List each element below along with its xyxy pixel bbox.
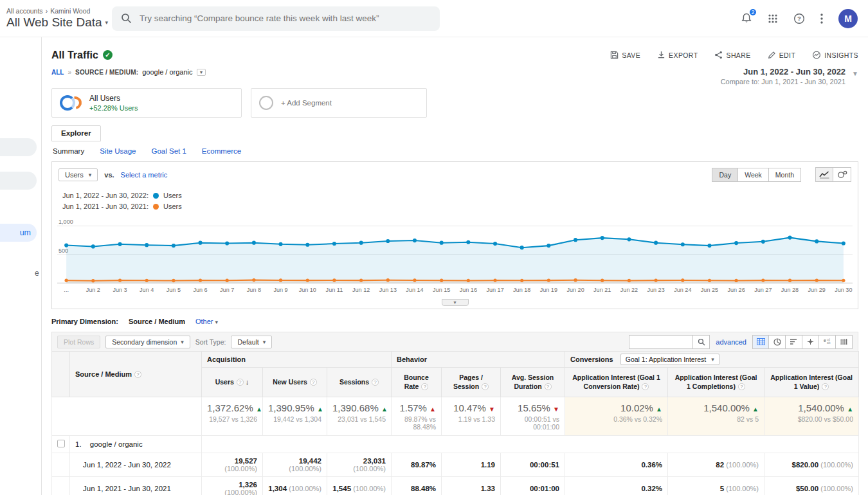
percentage-view-button[interactable]	[769, 335, 786, 349]
advanced-filter-link[interactable]: advanced	[716, 338, 746, 346]
performance-view-button[interactable]	[786, 335, 802, 349]
secondary-dimension-button[interactable]: Secondary dimension ▾	[105, 336, 190, 348]
source-medium-link[interactable]: google / organic	[90, 440, 143, 448]
svg-text:Jun 11: Jun 11	[326, 287, 343, 293]
account-breadcrumb[interactable]: All accounts › Kamini Wood	[6, 7, 108, 15]
add-segment-circle-icon	[259, 96, 273, 110]
granularity-week[interactable]: Week	[738, 168, 769, 182]
column-header-bounce-rate[interactable]: Bounce Rate?	[392, 368, 442, 397]
svg-text:Jun 29: Jun 29	[808, 287, 826, 293]
summary-goal-conversion-rate: 10.02% ▲ 0.36% vs 0.32%	[565, 397, 668, 436]
subnav-summary[interactable]: Summary	[53, 147, 84, 155]
column-header-goal-conversion-rate[interactable]: Application Interest (Goal 1 Conversion …	[565, 368, 668, 397]
table-search-button[interactable]	[693, 335, 710, 349]
column-header-goal-completions[interactable]: Application Interest (Goal 1 Completions…	[668, 368, 764, 397]
account-breadcrumb-current[interactable]: Kamini Wood	[50, 7, 90, 15]
column-header-new-users[interactable]: New Users?	[263, 368, 327, 397]
cell-users: 19,527 (100.00%)	[202, 453, 263, 477]
subnav-ecommerce[interactable]: Ecommerce	[202, 147, 241, 155]
tab-explorer[interactable]: Explorer	[51, 125, 101, 141]
column-header-avg-session-duration[interactable]: Avg. Session Duration?	[501, 368, 565, 397]
breadcrumb-separator: »	[68, 69, 71, 76]
save-button[interactable]: SAVE	[610, 51, 640, 59]
granularity-month[interactable]: Month	[769, 168, 801, 182]
nav-pill-1[interactable]	[0, 138, 37, 156]
help-icon[interactable]: ?	[822, 383, 829, 390]
row-checkbox-cell	[52, 436, 70, 453]
insights-button[interactable]: INSIGHTS	[812, 51, 858, 59]
svg-text:Jun 30: Jun 30	[835, 287, 852, 293]
share-label: SHARE	[726, 51, 750, 59]
chart-collapse-handle[interactable]: ▼	[442, 299, 469, 306]
svg-text:Jun 6: Jun 6	[193, 287, 207, 293]
nav-item-partial-label[interactable]: e	[35, 269, 39, 278]
export-button[interactable]: EXPORT	[657, 51, 698, 59]
cell-users: 1,326 (100.00%)	[202, 477, 263, 495]
comparison-view-button[interactable]	[802, 335, 819, 349]
help-icon[interactable]: ?	[372, 379, 379, 386]
column-header-goal-value[interactable]: Application Interest (Goal 1 Value)?	[764, 368, 859, 397]
chart-panel: Users ▾ vs. Select a metric Day Week Mon…	[51, 161, 858, 309]
primary-dimension-label: Primary Dimension:	[51, 318, 118, 325]
google-apps-button[interactable]	[768, 14, 778, 24]
breadcrumb-dropdown-button[interactable]: ▼	[197, 69, 206, 76]
report-actions: SAVE EXPORT SHARE EDIT INSIGHTS	[610, 51, 858, 59]
help-button[interactable]: ?	[793, 13, 805, 24]
empty-cell	[52, 477, 70, 495]
metric-dropdown[interactable]: Users ▾	[59, 168, 98, 181]
property-selector[interactable]: All Web Site Data ▾	[6, 15, 108, 30]
sort-type-button[interactable]: Default ▾	[231, 336, 272, 348]
column-header-sessions[interactable]: Sessions?	[327, 368, 392, 397]
segment-all-users[interactable]: All Users +52.28% Users	[51, 88, 242, 118]
motion-chart-button[interactable]	[833, 167, 851, 182]
svg-text:Jun 19: Jun 19	[540, 287, 557, 293]
user-avatar[interactable]: M	[838, 9, 858, 28]
help-icon[interactable]: ?	[421, 383, 428, 390]
period-label: Jun 1, 2022 - Jun 30, 2022	[70, 453, 202, 477]
topbar-actions: 2 ? M	[741, 9, 858, 28]
share-button[interactable]: SHARE	[714, 51, 750, 59]
primary-dimension-other[interactable]: Other ▾	[195, 318, 218, 325]
nav-pill-2[interactable]	[0, 172, 37, 190]
subnav-goal-set-1[interactable]: Goal Set 1	[151, 147, 186, 155]
edit-button[interactable]: EDIT	[768, 51, 796, 59]
table-search-input[interactable]	[629, 335, 693, 349]
table-toolbar-right: advanced eabcd	[629, 335, 853, 349]
breadcrumb-all-link[interactable]: ALL	[51, 69, 64, 76]
subnav-site-usage[interactable]: Site Usage	[100, 147, 136, 155]
goal-selector-dropdown[interactable]: Goal 1: Application Interest ▾	[620, 354, 719, 365]
pivot-view-button[interactable]	[836, 335, 853, 349]
help-icon[interactable]: ?	[134, 371, 141, 378]
legend-dot-orange	[153, 204, 159, 210]
granularity-day[interactable]: Day	[712, 168, 738, 182]
row-checkbox[interactable]	[57, 440, 65, 447]
term-cloud-view-icon: eabcd	[823, 338, 831, 345]
table-view-button[interactable]	[752, 335, 769, 349]
account-block[interactable]: All accounts › Kamini Wood All Web Site …	[5, 7, 108, 30]
column-header-users[interactable]: Users?↓	[202, 368, 263, 397]
select-metric-link[interactable]: Select a metric	[121, 171, 168, 179]
account-breadcrumb-root[interactable]: All accounts	[6, 7, 43, 15]
help-icon[interactable]: ?	[237, 379, 244, 386]
svg-text:Jun 26: Jun 26	[727, 287, 745, 293]
add-segment-button[interactable]: + Add Segment	[251, 88, 427, 118]
help-icon[interactable]: ?	[738, 383, 745, 390]
insights-icon	[812, 51, 821, 59]
report-breadcrumb-row: ALL » SOURCE / MEDIUM: google / organic …	[51, 67, 858, 86]
date-range-selector[interactable]: Jun 1, 2022 - Jun 30, 2022 Compare to: J…	[721, 67, 858, 86]
help-icon[interactable]: ?	[482, 383, 489, 390]
search-input[interactable]	[140, 14, 431, 23]
table-search	[629, 335, 710, 349]
term-cloud-view-button[interactable]: eabcd	[819, 335, 836, 349]
more-options-button[interactable]	[820, 14, 823, 24]
notifications-button[interactable]: 2	[741, 12, 752, 24]
help-icon[interactable]: ?	[642, 383, 649, 390]
column-header-pages-session[interactable]: Pages / Session?	[442, 368, 501, 397]
legend-period-current: Jun 1, 2022 - Jun 30, 2022:	[62, 192, 149, 199]
help-icon[interactable]: ?	[545, 383, 552, 390]
report-title-block: All Traffic ✓	[51, 50, 113, 61]
nav-item-source-medium-active[interactable]: um	[0, 224, 37, 242]
help-icon[interactable]: ?	[310, 379, 317, 386]
global-search[interactable]	[112, 6, 440, 31]
line-chart-button[interactable]	[815, 167, 833, 182]
